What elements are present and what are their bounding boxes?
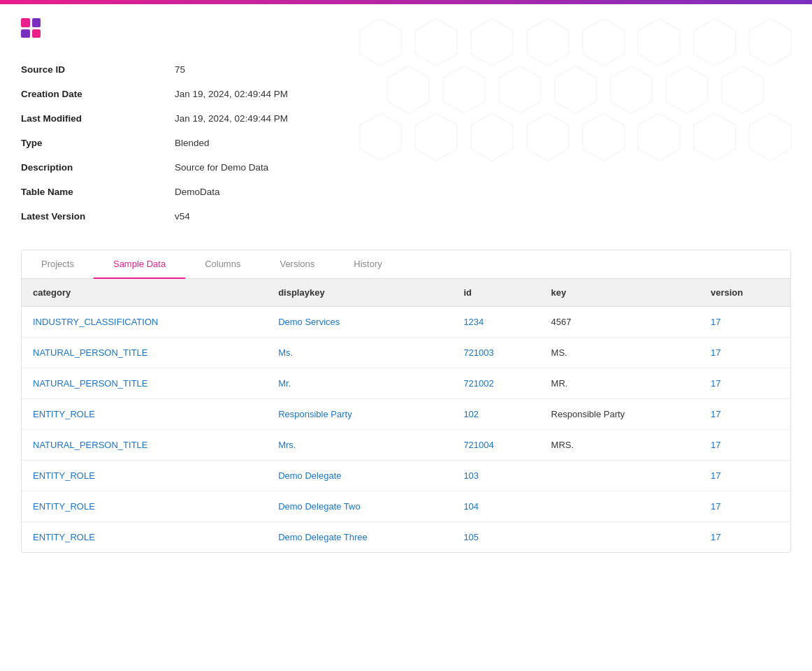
meta-value: Jan 19, 2024, 02:49:44 PM <box>175 106 510 131</box>
cell-displaykey[interactable]: Mrs. <box>267 430 452 461</box>
cell-version[interactable]: 17 <box>699 491 790 522</box>
col-header-key: key <box>540 279 699 307</box>
meta-value: v54 <box>175 204 510 229</box>
cell-key: Responsible Party <box>540 399 699 430</box>
meta-value: 75 <box>175 57 510 82</box>
cell-id[interactable]: 105 <box>452 522 539 553</box>
cell-version[interactable]: 17 <box>699 399 790 430</box>
cell-category[interactable]: ENTITY_ROLE <box>22 491 267 522</box>
cell-displaykey[interactable]: Demo Delegate Three <box>267 522 452 553</box>
col-header-version: version <box>699 279 790 307</box>
cell-category[interactable]: INDUSTRY_CLASSIFICATION <box>22 307 267 338</box>
cell-displaykey[interactable]: Demo Delegate Two <box>267 491 452 522</box>
cell-version[interactable]: 17 <box>699 307 790 338</box>
tab-sample-data[interactable]: Sample Data <box>94 250 185 279</box>
cell-key <box>540 522 699 553</box>
cell-id[interactable]: 1234 <box>452 307 539 338</box>
svg-marker-12 <box>610 66 652 113</box>
cell-version[interactable]: 17 <box>699 461 790 491</box>
cell-category[interactable]: NATURAL_PERSON_TITLE <box>22 338 267 368</box>
table-row: ENTITY_ROLEDemo Delegate Three10517 <box>22 522 790 553</box>
cell-version[interactable]: 17 <box>699 430 790 461</box>
page-title-row <box>21 18 791 38</box>
cell-id[interactable]: 721004 <box>452 430 539 461</box>
meta-label: Type <box>21 131 175 155</box>
meta-value: DemoData <box>175 180 510 204</box>
cell-id[interactable]: 721002 <box>452 368 539 399</box>
page-container: Source ID75Creation DateJan 19, 2024, 02… <box>0 4 812 671</box>
col-header-id: id <box>452 279 539 307</box>
table-row: NATURAL_PERSON_TITLEMs.721003MS.17 <box>22 338 790 368</box>
table-row: ENTITY_ROLEResponsible Party102Responsib… <box>22 399 790 430</box>
svg-marker-14 <box>722 66 764 113</box>
cell-category[interactable]: ENTITY_ROLE <box>22 522 267 553</box>
data-table: categorydisplaykeyidkeyversion INDUSTRY_… <box>22 279 790 552</box>
table-row: ENTITY_ROLEDemo Delegate10317 <box>22 461 790 491</box>
col-header-displaykey: displaykey <box>267 279 452 307</box>
table-row: NATURAL_PERSON_TITLEMr.721002MR.17 <box>22 368 790 399</box>
tabs-container: ProjectsSample DataColumnsVersionsHistor… <box>21 250 791 553</box>
meta-value: Blended <box>175 131 510 155</box>
meta-value: Source for Demo Data <box>175 155 510 180</box>
cell-key: MR. <box>540 368 699 399</box>
cell-id[interactable]: 102 <box>452 399 539 430</box>
cell-id[interactable]: 721003 <box>452 338 539 368</box>
col-header-category: category <box>22 279 267 307</box>
svg-marker-18 <box>527 113 569 161</box>
cell-category[interactable]: NATURAL_PERSON_TITLE <box>22 368 267 399</box>
svg-marker-21 <box>694 113 736 161</box>
meta-label: Last Modified <box>21 106 175 131</box>
cell-displaykey[interactable]: Demo Services <box>267 307 452 338</box>
tab-columns[interactable]: Columns <box>185 250 260 279</box>
meta-value: Jan 19, 2024, 02:49:44 PM <box>175 82 510 106</box>
meta-label: Source ID <box>21 57 175 82</box>
svg-marker-20 <box>638 113 680 161</box>
meta-label: Creation Date <box>21 82 175 106</box>
tabs-header: ProjectsSample DataColumnsVersionsHistor… <box>22 250 790 279</box>
cell-displaykey[interactable]: Demo Delegate <box>267 461 452 491</box>
cell-version[interactable]: 17 <box>699 368 790 399</box>
cell-category[interactable]: ENTITY_ROLE <box>22 399 267 430</box>
cell-displaykey[interactable]: Ms. <box>267 338 452 368</box>
cell-id[interactable]: 103 <box>452 461 539 491</box>
table-row: ENTITY_ROLEDemo Delegate Two10417 <box>22 491 790 522</box>
cell-id[interactable]: 104 <box>452 491 539 522</box>
cell-key: MS. <box>540 338 699 368</box>
cell-key: MRS. <box>540 430 699 461</box>
tab-history[interactable]: History <box>334 250 401 279</box>
cell-key <box>540 491 699 522</box>
cell-displaykey[interactable]: Mr. <box>267 368 452 399</box>
meta-label: Description <box>21 155 175 180</box>
cell-displaykey[interactable]: Responsible Party <box>267 399 452 430</box>
metadata-grid: Source ID75Creation DateJan 19, 2024, 02… <box>21 57 510 229</box>
cell-category[interactable]: ENTITY_ROLE <box>22 461 267 491</box>
grid-icon <box>21 18 41 38</box>
meta-label: Latest Version <box>21 204 175 229</box>
table-row: NATURAL_PERSON_TITLEMrs.721004MRS.17 <box>22 430 790 461</box>
svg-marker-19 <box>582 113 624 161</box>
svg-marker-13 <box>666 66 708 113</box>
table-row: INDUSTRY_CLASSIFICATIONDemo Services1234… <box>22 307 790 338</box>
cell-version[interactable]: 17 <box>699 338 790 368</box>
meta-label: Table Name <box>21 180 175 204</box>
svg-marker-22 <box>749 113 791 161</box>
cell-key <box>540 461 699 491</box>
cell-category[interactable]: NATURAL_PERSON_TITLE <box>22 430 267 461</box>
tab-versions[interactable]: Versions <box>260 250 334 279</box>
tab-projects[interactable]: Projects <box>22 250 94 279</box>
cell-version[interactable]: 17 <box>699 522 790 553</box>
cell-key: 4567 <box>540 307 699 338</box>
svg-marker-11 <box>554 66 596 113</box>
